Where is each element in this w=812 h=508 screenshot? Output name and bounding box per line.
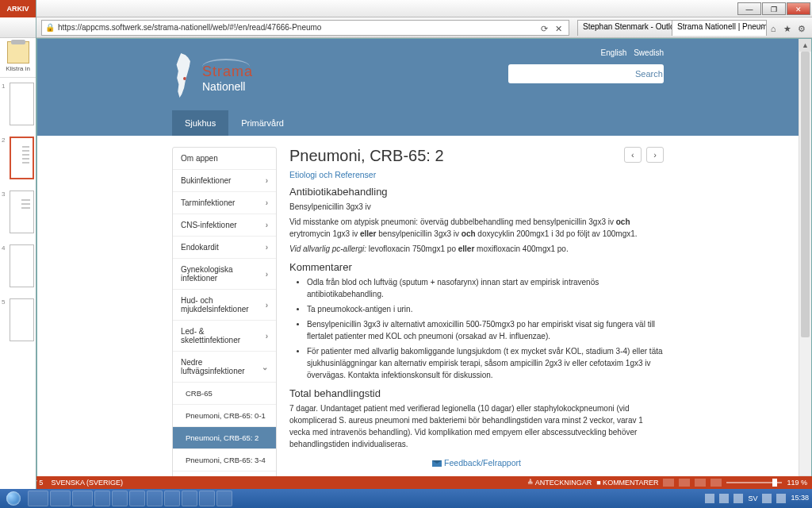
sidebar-item[interactable]: Bukinfektioner› bbox=[173, 170, 276, 192]
lang-english[interactable]: English bbox=[601, 48, 627, 57]
task-app4[interactable] bbox=[182, 491, 197, 506]
sidebar-item[interactable]: Nedre luftvägsinfektioner⌄ bbox=[173, 352, 276, 383]
task-explorer[interactable] bbox=[50, 491, 71, 506]
pp-view-reading[interactable] bbox=[695, 479, 706, 487]
heading-antibiotika: Antibiotikabehandling bbox=[289, 186, 664, 198]
webpage: English Swedish Strama Nationell Search bbox=[37, 39, 799, 488]
feedback-link[interactable]: Feedback/Felrapport bbox=[432, 458, 521, 468]
scroll-thumb[interactable] bbox=[801, 52, 810, 337]
tray-icon[interactable] bbox=[733, 494, 743, 503]
list-item: Odla från blod och luftväg (sputum + nas… bbox=[307, 276, 664, 300]
heading-total: Total behandlingstid bbox=[289, 387, 664, 399]
lang-swedish[interactable]: Swedish bbox=[634, 48, 664, 57]
p-atypisk: Vid misstanke om atypisk pneumoni: överv… bbox=[289, 216, 664, 240]
task-app3[interactable] bbox=[129, 491, 145, 506]
pp-language[interactable]: SVENSKA (SVERIGE) bbox=[51, 479, 123, 487]
task-app1[interactable] bbox=[94, 491, 110, 506]
pp-thumb-2[interactable]: 2 bbox=[2, 137, 34, 179]
list-item: Ta pneumokock-antigen i urin. bbox=[307, 303, 664, 315]
sidebar-subitem[interactable]: CRB-65 bbox=[173, 383, 276, 405]
nav-primarvard[interactable]: Primärvård bbox=[228, 110, 297, 136]
window-minimize-button[interactable]: — bbox=[737, 2, 761, 15]
chevron-icon: › bbox=[266, 270, 268, 279]
home-icon[interactable]: ⌂ bbox=[766, 21, 780, 35]
article-title: Pneumoni, CRB-65: 2 bbox=[289, 147, 664, 165]
nav-sjukhus[interactable]: Sjukhus bbox=[172, 110, 228, 136]
sidebar-item[interactable]: CNS-infektioner› bbox=[173, 214, 276, 237]
pp-view-slideshow[interactable] bbox=[710, 479, 722, 487]
pp-quick-access bbox=[0, 17, 36, 38]
pp-thumb-4[interactable]: 4 bbox=[2, 244, 34, 287]
article-next-button[interactable]: › bbox=[646, 147, 664, 163]
tools-icon[interactable]: ⚙ bbox=[795, 21, 809, 35]
scroll-up-icon[interactable]: ▲ bbox=[799, 39, 811, 52]
pp-notes-button[interactable]: ≜ ANTECKNINGAR bbox=[527, 479, 592, 487]
pp-view-sorter[interactable] bbox=[679, 479, 690, 487]
window-restore-button[interactable]: ❐ bbox=[762, 2, 786, 15]
task-app2[interactable] bbox=[112, 491, 128, 506]
tray-clock[interactable]: 15:38 bbox=[791, 495, 809, 502]
pp-zoom-slider[interactable] bbox=[726, 482, 782, 483]
sidebar-item[interactable]: Endokardit› bbox=[173, 237, 276, 259]
kommentarer-list: Odla från blod och luftväg (sputum + nas… bbox=[307, 276, 664, 381]
tray-volume-icon[interactable] bbox=[776, 494, 786, 503]
pp-thumb-5[interactable]: 5 bbox=[2, 298, 34, 341]
etiologi-link[interactable]: Etiologi och Referenser bbox=[289, 170, 376, 179]
favorites-icon[interactable]: ★ bbox=[780, 21, 795, 35]
task-ie[interactable] bbox=[28, 491, 48, 506]
chevron-icon: › bbox=[266, 176, 268, 185]
pp-thumb-3[interactable]: 3 bbox=[2, 190, 34, 233]
window-close-button[interactable]: ✕ bbox=[787, 2, 810, 15]
sidebar-subitem[interactable]: Pneumoni, CRB-65: 3-4 bbox=[173, 449, 276, 471]
sidebar-item[interactable]: Led- & skelettinfektioner› bbox=[173, 321, 276, 352]
tab-outlook[interactable]: Stephan Stenmark - Outlook ... bbox=[577, 20, 672, 36]
sidebar-item-label: Led- & skelettinfektioner bbox=[181, 327, 266, 344]
ie-scrollbar[interactable]: ▲ ▼ bbox=[799, 39, 811, 488]
sidebar-item-label: Hud- och mjukdelsinfektioner bbox=[181, 296, 266, 314]
tray-icon[interactable] bbox=[719, 494, 729, 503]
search-button[interactable]: Search bbox=[627, 64, 671, 83]
sweden-map-icon bbox=[172, 53, 194, 98]
powerpoint-window-sliver: ARKIV Klistra in 1 2 3 4 5 bbox=[0, 0, 36, 489]
task-excel[interactable] bbox=[147, 491, 163, 506]
windows-taskbar: SV 15:38 bbox=[0, 489, 812, 508]
sidebar-item-label: Om appen bbox=[181, 154, 218, 163]
sidebar-item[interactable]: Hud- och mjukdelsinfektioner› bbox=[173, 290, 276, 321]
article: ‹ › Pneumoni, CRB-65: 2 Etiologi och Ref… bbox=[289, 147, 664, 488]
brand-line1: Strama bbox=[202, 64, 253, 80]
chevron-icon: › bbox=[266, 243, 268, 252]
pp-view-normal[interactable] bbox=[663, 479, 674, 487]
task-powerpoint[interactable] bbox=[164, 491, 180, 506]
sidebar-item[interactable]: Tarminfektioner› bbox=[173, 192, 276, 214]
tab-close-icon[interactable]: ✕ bbox=[758, 22, 764, 30]
tray-language[interactable]: SV bbox=[748, 495, 757, 502]
task-app6[interactable] bbox=[216, 491, 232, 506]
pp-thumb-1[interactable]: 1 bbox=[2, 83, 34, 125]
sidebar-item[interactable]: Gynekologiska infektioner› bbox=[173, 259, 276, 290]
task-outlook[interactable] bbox=[72, 491, 93, 506]
tray-network-icon[interactable] bbox=[762, 494, 772, 503]
pp-comments-button[interactable]: ■ KOMMENTARER bbox=[596, 479, 658, 487]
sidebar-subitem[interactable]: Pneumoni, CRB-65: 0-1 bbox=[173, 405, 276, 427]
stop-icon[interactable]: ✕ bbox=[551, 21, 565, 35]
pp-slide-thumbnails: 1 2 3 4 5 bbox=[0, 78, 36, 357]
article-prev-button[interactable]: ‹ bbox=[624, 147, 642, 163]
start-button[interactable] bbox=[0, 489, 27, 508]
site-logo[interactable]: Strama Nationell bbox=[172, 53, 253, 98]
address-bar[interactable]: 🔒 https://appcms.softwerk.se/strama-nati… bbox=[41, 20, 569, 36]
pp-file-tab[interactable]: ARKIV bbox=[0, 0, 36, 17]
top-nav: Sjukhus Primärvård bbox=[37, 110, 799, 136]
search-box: Search bbox=[508, 64, 664, 83]
tray-icon[interactable] bbox=[705, 494, 714, 503]
search-input[interactable] bbox=[508, 64, 627, 83]
refresh-icon[interactable]: ⟳ bbox=[537, 21, 551, 35]
sidebar-subitem[interactable]: Pneumoni, CRB-65: 2 bbox=[173, 427, 276, 449]
sidebar-item[interactable]: Om appen bbox=[173, 148, 276, 170]
lock-icon: 🔒 bbox=[45, 23, 55, 32]
language-switcher: English Swedish bbox=[596, 48, 664, 57]
sidebar-item-label: Nedre luftvägsinfektioner bbox=[181, 358, 262, 375]
chevron-icon: › bbox=[266, 221, 268, 229]
task-app5[interactable] bbox=[199, 491, 215, 506]
tab-strama[interactable]: Strama Nationell | Pneumo...✕ bbox=[672, 20, 767, 36]
pp-paste-button[interactable]: Klistra in bbox=[0, 38, 36, 78]
